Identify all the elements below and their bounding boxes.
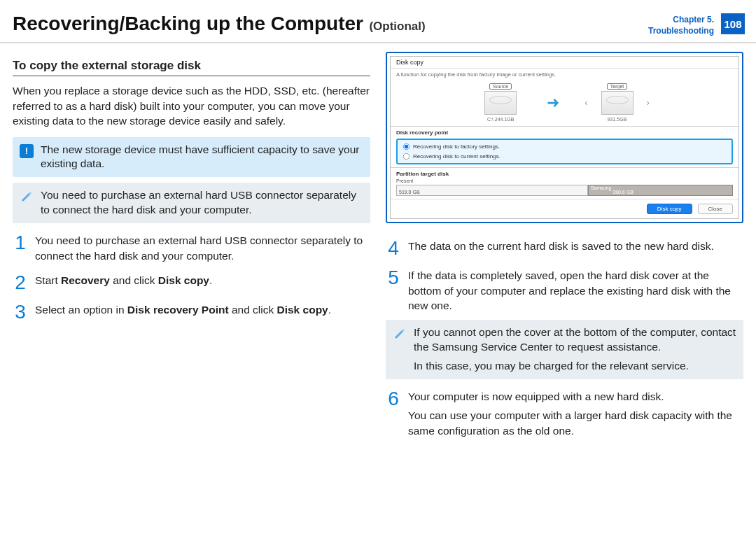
partition-diagram: Present 519.0 GB Samsung 390.6 GB <box>396 178 733 196</box>
step-3-mid: and click <box>229 304 277 316</box>
chapter-name: Troubleshooting <box>648 25 714 36</box>
radio-factory[interactable]: Recovering disk to factory settings. <box>402 142 727 151</box>
screenshot-description: A function for copying the disk from fac… <box>391 69 738 79</box>
right-column: Disk copy A function for copying the dis… <box>386 52 743 445</box>
step-2-text: Start Recovery and click Disk copy. <box>35 273 370 292</box>
callout-alert: ! The new storage device must have suffi… <box>13 137 370 178</box>
page-title-wrap: Recovering/Backing up the Computer (Opti… <box>13 13 648 35</box>
page-title-optional: (Optional) <box>369 20 425 33</box>
chevron-left-icon[interactable]: ‹ <box>584 97 587 108</box>
disk-copy-button[interactable]: Disk copy <box>647 204 692 214</box>
step-3-pre: Select an option in <box>35 304 127 316</box>
content-columns: To copy the external storage disk When y… <box>0 43 756 458</box>
radio-current-input[interactable] <box>403 153 410 160</box>
partition-segment-b-title: Samsung <box>591 185 612 190</box>
source-drive: Source C:\ 244.1GB <box>475 83 526 122</box>
partition-label: Partition target disk <box>391 167 738 177</box>
source-capacity: C:\ 244.1GB <box>475 117 526 122</box>
partition-segment-b: Samsung 390.6 GB <box>588 185 733 196</box>
screenshot-button-row: Disk copy Close <box>391 199 738 218</box>
target-drive-wrap: ‹ Target 931.5GB › <box>580 83 654 122</box>
partition-segment-a: 519.0 GB <box>396 185 588 196</box>
alert-icon: ! <box>20 144 34 158</box>
close-button[interactable]: Close <box>698 204 733 214</box>
callout-note-usb-text: You need to purchase an external hard US… <box>41 188 363 218</box>
step-1: 1 You need to purchase an external hard … <box>13 233 370 263</box>
step-1-text: You need to purchase an external hard US… <box>35 233 370 263</box>
step-4-text: The data on the current hard disk is sav… <box>408 239 743 258</box>
step-number-6: 6 <box>386 389 401 438</box>
step-4: 4 The data on the current hard disk is s… <box>386 239 743 258</box>
recovery-point-options: Recovering disk to factory settings. Rec… <box>396 139 733 164</box>
chapter-number: Chapter 5. <box>648 14 714 25</box>
radio-current[interactable]: Recovering disk to current settings. <box>402 152 727 161</box>
arrow-right-icon: ➜ <box>547 94 559 112</box>
chevron-right-icon[interactable]: › <box>647 97 650 108</box>
left-column: To copy the external storage disk When y… <box>13 52 370 445</box>
step-6-text-a: Your computer is now equipped with a new… <box>408 389 743 404</box>
step-3-post: . <box>328 304 331 316</box>
hdd-icon <box>601 91 634 115</box>
partition-present-label: Present <box>396 178 733 183</box>
intro-paragraph: When you replace a storage device such a… <box>13 83 370 128</box>
step-number-4: 4 <box>386 239 401 258</box>
step-number-5: 5 <box>386 268 401 313</box>
note-icon <box>20 190 34 204</box>
step-5: 5 If the data is completely saved, open … <box>386 268 743 313</box>
screenshot-window-title: Disk copy <box>391 57 738 69</box>
chapter-label: Chapter 5. Troubleshooting <box>648 14 714 36</box>
section-heading: To copy the external storage disk <box>13 59 370 76</box>
step-2-bold-recovery: Recovery <box>61 274 110 286</box>
screenshot-inner: Disk copy A function for copying the dis… <box>390 56 739 219</box>
step-6: 6 Your computer is now equipped with a n… <box>386 389 743 438</box>
step-6-body: Your computer is now equipped with a new… <box>408 389 743 438</box>
step-5-text: If the data is completely saved, open th… <box>408 268 743 313</box>
step-3-text: Select an option in Disk recovery Point … <box>35 302 370 322</box>
page-number-badge: 108 <box>721 13 745 34</box>
target-drive: Target 931.5GB <box>592 83 643 122</box>
source-badge: Source <box>489 83 512 90</box>
step-number-3: 3 <box>13 302 28 322</box>
callout-note-service-body: If you cannot open the cover at the bott… <box>414 325 736 374</box>
callout-note-service-p1: If you cannot open the cover at the bott… <box>414 325 736 355</box>
step-2-bold-diskcopy: Disk copy <box>158 274 209 286</box>
step-6-text-b: You can use your computer with a larger … <box>408 408 743 438</box>
page-header: Recovering/Backing up the Computer (Opti… <box>0 0 756 43</box>
note-icon <box>393 327 407 341</box>
step-2-pre: Start <box>35 274 61 286</box>
target-capacity: 931.5GB <box>592 117 643 122</box>
step-2-post: . <box>209 274 212 286</box>
step-3: 3 Select an option in Disk recovery Poin… <box>13 302 370 322</box>
hdd-icon <box>484 91 517 115</box>
callout-note-usb: You need to purchase an external hard US… <box>13 183 370 223</box>
step-number-2: 2 <box>13 273 28 292</box>
callout-note-service-p2: In this case, you may be charged for the… <box>414 359 736 374</box>
callout-alert-text: The new storage device must have suffici… <box>41 143 363 172</box>
partition-segment-b-size: 390.6 GB <box>612 190 634 195</box>
step-3-bold-point: Disk recovery Point <box>127 304 229 316</box>
partition-bar: 519.0 GB Samsung 390.6 GB <box>396 185 733 196</box>
step-3-bold-diskcopy: Disk copy <box>277 304 328 316</box>
recovery-point-label: Disk recovery point <box>391 126 738 136</box>
disk-copy-screenshot: Disk copy A function for copying the dis… <box>386 52 743 223</box>
page-title: Recovering/Backing up the Computer <box>13 13 363 34</box>
step-2: 2 Start Recovery and click Disk copy. <box>13 273 370 292</box>
step-number-1: 1 <box>13 233 28 263</box>
radio-factory-input[interactable] <box>403 143 410 150</box>
step-2-mid: and click <box>110 274 158 286</box>
target-badge: Target <box>607 83 627 90</box>
callout-note-service: If you cannot open the cover at the bott… <box>386 320 743 379</box>
screenshot-drives-row: Source C:\ 244.1GB ➜ ‹ Target 931.5GB › <box>391 79 738 125</box>
radio-factory-label: Recovering disk to factory settings. <box>413 143 500 150</box>
radio-current-label: Recovering disk to current settings. <box>413 153 500 159</box>
